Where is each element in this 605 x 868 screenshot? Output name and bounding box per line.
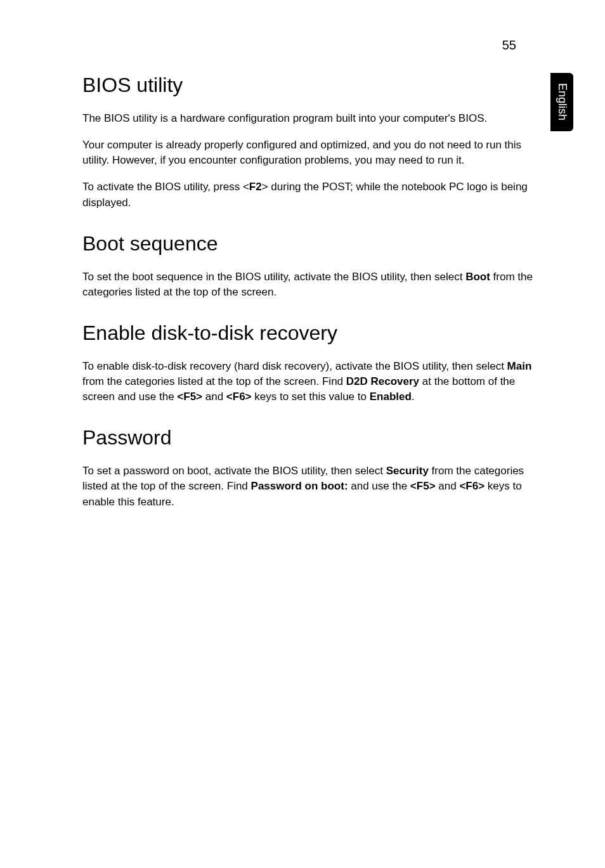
heading-d2d-recovery: Enable disk-to-disk recovery: [82, 321, 535, 345]
text: To enable disk-to-disk recovery (hard di…: [82, 360, 507, 372]
paragraph: The BIOS utility is a hardware configura…: [82, 111, 535, 126]
text: .: [412, 391, 415, 403]
text: To activate the BIOS utility, press <: [82, 181, 249, 193]
document-page: 55 English BIOS utility The BIOS utility…: [0, 0, 605, 559]
text: To set the boot sequence in the BIOS uti…: [82, 271, 465, 283]
language-tab: English: [550, 73, 573, 131]
text: and: [202, 391, 226, 403]
menu-ref: Boot: [465, 271, 490, 283]
key-ref: <F5>: [410, 480, 436, 492]
option-ref: D2D Recovery: [346, 375, 419, 387]
paragraph: To set the boot sequence in the BIOS uti…: [82, 269, 535, 300]
heading-boot-sequence: Boot sequence: [82, 232, 535, 256]
text: and: [436, 480, 460, 492]
key-ref: <F6>: [459, 480, 485, 492]
text: To set a password on boot, activate the …: [82, 465, 386, 477]
menu-ref: Security: [386, 465, 429, 477]
text: keys to set this value to: [252, 391, 370, 403]
key-ref: <F6>: [226, 391, 252, 403]
paragraph: To activate the BIOS utility, press <F2>…: [82, 179, 535, 210]
heading-bios-utility: BIOS utility: [82, 74, 535, 97]
option-ref: Password on boot:: [251, 480, 348, 492]
heading-password: Password: [82, 426, 535, 450]
paragraph: Your computer is already properly config…: [82, 138, 535, 168]
text: and use the: [348, 480, 410, 492]
key-ref: <F5>: [177, 391, 202, 403]
menu-ref: Main: [507, 360, 532, 372]
paragraph: To enable disk-to-disk recovery (hard di…: [82, 359, 535, 405]
paragraph: To set a password on boot, activate the …: [82, 463, 535, 509]
value-ref: Enabled: [370, 391, 412, 403]
key-ref: F2: [249, 181, 262, 193]
page-number: 55: [502, 38, 516, 53]
text: from the categories listed at the top of…: [82, 375, 346, 387]
